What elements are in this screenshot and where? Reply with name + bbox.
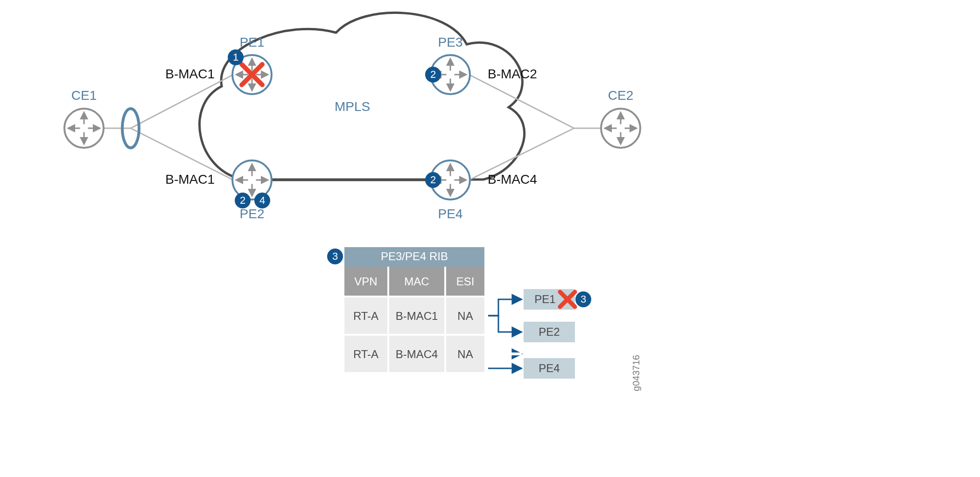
pe2-badge-2: 2: [235, 193, 251, 208]
svg-point-1: [601, 109, 640, 148]
rib-nh-pe1-badge: 3: [575, 291, 591, 307]
rib-r1-vpn: RT-A: [353, 348, 378, 360]
pe1-label: PE1: [240, 35, 265, 49]
pe3-label: PE3: [438, 35, 463, 49]
svg-text:PE1: PE1: [534, 293, 555, 305]
pe1-badge-1: 1: [228, 49, 244, 65]
rib-r0-esi: NA: [457, 310, 473, 322]
pe4-mac: B-MAC4: [488, 172, 537, 187]
rib-r0-arrow-pe1: [488, 299, 522, 316]
svg-text:3: 3: [581, 293, 586, 305]
rib-r0-vpn: RT-A: [353, 310, 378, 322]
svg-text:PE2: PE2: [539, 325, 560, 338]
svg-text:PE4: PE4: [539, 362, 560, 374]
rib-hdr-mac: MAC: [404, 275, 429, 288]
svg-point-0: [64, 109, 104, 148]
ce2-label: CE2: [608, 88, 633, 103]
pe3-mac: B-MAC2: [488, 67, 537, 81]
svg-text:1: 1: [233, 51, 238, 63]
rib-hdr-vpn: VPN: [354, 275, 377, 288]
ce1-label: CE1: [71, 88, 97, 103]
rib-r1-esi: NA: [457, 348, 473, 360]
svg-text:2: 2: [430, 174, 436, 186]
svg-text:2: 2: [430, 69, 436, 80]
pe3-badge-2: 2: [425, 67, 441, 83]
svg-text:2: 2: [240, 194, 245, 206]
router-ce1: [64, 109, 104, 148]
rib-r1-mac: B-MAC4: [396, 348, 438, 360]
pe2-label: PE2: [240, 207, 265, 221]
svg-text:4: 4: [259, 194, 265, 206]
network-diagram: MPLS CE1 CE2 PE1 B-MAC1 1 PE2 B-MAC1 2 4: [0, 0, 980, 477]
pe2-badge-4: 4: [254, 193, 270, 208]
pe4-label: PE4: [438, 207, 463, 221]
router-ce2: [601, 109, 640, 148]
rib-r0-arrow-pe2: [488, 316, 522, 332]
rib-r0-mac: B-MAC1: [396, 310, 438, 322]
rib-badge: 3: [327, 249, 343, 264]
rib-title: PE3/PE4 RIB: [381, 250, 448, 263]
pe2-mac: B-MAC1: [165, 172, 215, 187]
svg-text:3: 3: [332, 250, 338, 262]
rib-hdr-esi: ESI: [456, 275, 475, 288]
cloud-label: MPLS: [335, 99, 370, 114]
pe1-mac: B-MAC1: [165, 67, 215, 81]
pe4-badge-2: 2: [425, 172, 441, 188]
diagram-id: g043716: [631, 355, 641, 391]
